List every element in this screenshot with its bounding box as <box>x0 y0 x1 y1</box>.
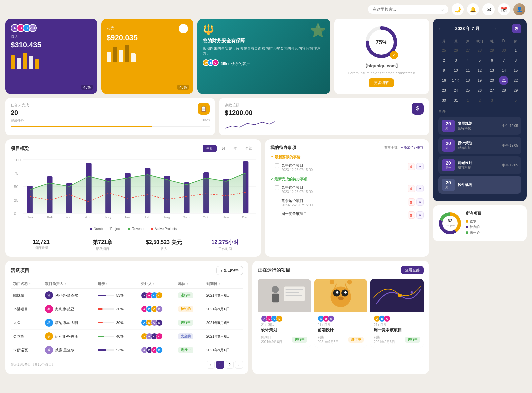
cal-next-1[interactable]: 1 <box>463 96 472 105</box>
todo-delete-2[interactable]: 🗑 <box>408 198 415 206</box>
todo-delete-0[interactable]: 🗑 <box>408 163 415 170</box>
cal-day-25b[interactable]: 25 <box>463 86 472 95</box>
export-button[interactable]: ↑ 出口报告 <box>216 266 243 275</box>
moon-icon-btn[interactable]: 🌙 <box>452 3 464 15</box>
cal-day-27[interactable]: 27 <box>463 46 472 55</box>
cal-day-27b[interactable]: 27 <box>487 86 497 95</box>
cal-day-20[interactable]: 20 <box>487 76 497 85</box>
todo-edit-3[interactable]: ✏ <box>416 211 424 219</box>
page-2-btn[interactable]: 2 <box>226 361 234 369</box>
cal-next-2[interactable]: 2 <box>475 96 484 105</box>
cal-day-2[interactable]: 2 <box>439 56 449 65</box>
cal-day-24[interactable]: 24 <box>451 86 461 95</box>
cal-day-26b[interactable]: 26 <box>475 86 484 95</box>
cal-day-22[interactable]: 22 <box>511 76 520 85</box>
cal-next-btn[interactable]: › <box>495 26 497 31</box>
cal-day-18[interactable]: 18 <box>463 76 472 85</box>
calendar-icon-btn[interactable]: 📅 <box>498 3 510 15</box>
cal-day-31[interactable]: 31 <box>451 96 461 105</box>
add-todo[interactable]: + 添加待办事项 <box>401 145 424 150</box>
cal-day-23[interactable]: 23 <box>439 86 449 95</box>
cal-next-4[interactable]: 4 <box>499 96 508 105</box>
cal-day-4[interactable]: 4 <box>463 56 472 65</box>
cal-day-19[interactable]: 19 <box>475 76 484 85</box>
todo-checkbox-2[interactable] <box>275 199 279 203</box>
cal-day-21-today[interactable]: 21 <box>499 76 508 85</box>
cal-day-25[interactable]: 25 <box>439 46 449 55</box>
page-1-btn[interactable]: 1 <box>216 361 224 369</box>
cal-next-5[interactable]: 5 <box>511 96 520 105</box>
star-icon: ⭐ <box>309 23 326 38</box>
col-manager[interactable]: 项目负责人 ↕ <box>42 279 95 289</box>
cal-day-8[interactable]: 8 <box>511 56 520 65</box>
next-page-btn[interactable]: › <box>235 361 243 369</box>
ebar-2 <box>113 47 117 62</box>
dow-1: 莫 <box>450 37 462 45</box>
todo-edit-0[interactable]: ✏ <box>416 163 424 170</box>
drag-handle-1[interactable]: ⠿ <box>270 185 273 189</box>
search-box[interactable]: ⌕ <box>368 5 448 14</box>
col-name[interactable]: 项目名称 ↑ <box>11 279 42 289</box>
td-manager-3: 伊伊利亚·爸爸斯 <box>42 330 95 343</box>
cal-day-11[interactable]: 11 <box>463 66 472 75</box>
cal-day-12[interactable]: 12 <box>475 66 484 75</box>
td-progress-3: 40% <box>95 330 138 343</box>
cal-day-28[interactable]: 28 <box>475 46 484 55</box>
col-status[interactable]: 地位 ↕ <box>175 279 204 289</box>
tab-year[interactable]: 年 <box>230 145 240 152</box>
col-assignee[interactable]: 受让人 ↕ <box>138 279 175 289</box>
todo-checkbox-3[interactable] <box>275 212 279 216</box>
savings-label: 存款总额 <box>225 103 252 108</box>
view-all-todo[interactable]: 查看全部 <box>384 145 398 150</box>
event-title-2: 前端设计 <box>458 160 499 165</box>
tab-week[interactable]: 星期 <box>203 145 217 152</box>
cal-day-15[interactable]: 15 <box>511 66 520 75</box>
tab-month[interactable]: 月 <box>218 145 229 152</box>
col-due[interactable]: 到期日 ↕ <box>204 279 243 289</box>
cal-day-26[interactable]: 26 <box>451 46 461 55</box>
todo-edit-2[interactable]: ✏ <box>416 198 424 206</box>
cal-day-29b[interactable]: 29 <box>511 86 520 95</box>
add-expense-btn[interactable]: + <box>179 24 188 33</box>
drag-handle-2[interactable]: ⠿ <box>270 198 273 202</box>
tab-all[interactable]: 全部 <box>242 145 256 152</box>
cal-day-16[interactable]: 16 <box>439 76 449 85</box>
todo-checkbox-1[interactable] <box>275 185 279 190</box>
drag-handle-3[interactable]: ⠿ <box>270 211 273 215</box>
todo-delete-1[interactable]: 🗑 <box>408 185 415 192</box>
cal-day-28b[interactable]: 28 <box>499 86 508 95</box>
cal-day-10[interactable]: 10 <box>451 66 461 75</box>
cal-day-14[interactable]: 14 <box>499 66 508 75</box>
cal-day-30[interactable]: 30 <box>499 46 508 55</box>
prev-page-btn[interactable]: ‹ <box>207 361 215 369</box>
cal-day-7[interactable]: 7 <box>499 56 508 65</box>
todo-checkbox-0[interactable] <box>275 163 279 168</box>
view-all-running-btn[interactable]: 查看全部 <box>401 266 424 274</box>
search-input[interactable] <box>373 7 439 12</box>
cal-day-9[interactable]: 9 <box>439 66 449 75</box>
cal-day-17[interactable]: 17号 <box>451 76 461 85</box>
bell-icon-btn[interactable]: 🔔 <box>467 3 479 15</box>
todo-edit-1[interactable]: ✏ <box>416 185 424 192</box>
cal-next-3[interactable]: 3 <box>487 96 497 105</box>
cal-day-3[interactable]: 3 <box>451 56 461 65</box>
todo-delete-3[interactable]: 🗑 <box>408 211 415 219</box>
cal-day-1[interactable]: 1 <box>511 46 520 55</box>
cal-settings-btn[interactable]: ⚙ <box>512 24 521 33</box>
cal-day-29[interactable]: 29 <box>487 46 497 55</box>
drag-handle-0[interactable]: ⠿ <box>270 163 273 167</box>
cal-day-13[interactable]: 13 <box>487 66 497 75</box>
cal-day-6[interactable]: 6 <box>487 56 497 65</box>
teal-footer: A B C 15k+ 快乐的客户 <box>203 59 325 68</box>
detail-button[interactable]: 更多细节 <box>369 78 394 87</box>
cal-day-30b[interactable]: 30 <box>439 96 449 105</box>
mail-icon-btn[interactable]: ✉ <box>482 3 495 15</box>
tasks-progress-bar <box>11 126 210 127</box>
user-avatar[interactable]: 👤 <box>513 3 525 15</box>
cal-day-5[interactable]: 5 <box>475 56 484 65</box>
col-progress[interactable]: 进步 ↕ <box>95 279 138 289</box>
todo-actions-0: 🗑 ✏ <box>408 163 424 170</box>
svg-point-53 <box>398 294 402 297</box>
cal-prev-btn[interactable]: ‹ <box>438 26 440 31</box>
chart-title: 项目概览 <box>11 146 29 152</box>
